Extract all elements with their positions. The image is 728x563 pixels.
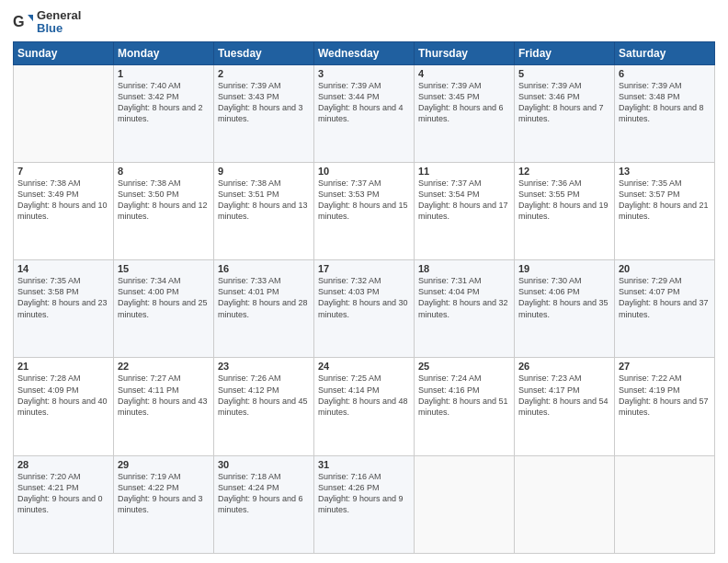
day-cell: 13Sunrise: 7:35 AMSunset: 3:57 PMDayligh… [615, 162, 715, 259]
day-cell [515, 455, 615, 553]
day-number: 13 [619, 166, 711, 177]
day-number: 12 [518, 166, 610, 177]
day-number: 25 [418, 361, 510, 372]
day-number: 5 [518, 68, 610, 79]
day-cell: 10Sunrise: 7:37 AMSunset: 3:53 PMDayligh… [314, 162, 415, 259]
day-cell: 1Sunrise: 7:40 AMSunset: 3:42 PMDaylight… [114, 64, 214, 162]
day-info: Sunrise: 7:39 AMSunset: 3:45 PMDaylight:… [418, 80, 510, 125]
day-number: 1 [118, 68, 210, 79]
day-number: 8 [118, 166, 210, 177]
day-info: Sunrise: 7:35 AMSunset: 3:57 PMDaylight:… [619, 178, 711, 223]
day-number: 7 [17, 166, 109, 177]
calendar-table: SundayMondayTuesdayWednesdayThursdayFrid… [13, 41, 715, 554]
day-info: Sunrise: 7:37 AMSunset: 3:53 PMDaylight:… [318, 178, 410, 223]
weekday-header-wednesday: Wednesday [314, 41, 415, 64]
day-info: Sunrise: 7:38 AMSunset: 3:50 PMDaylight:… [118, 178, 210, 223]
day-number: 31 [318, 459, 410, 470]
day-info: Sunrise: 7:24 AMSunset: 4:16 PMDaylight:… [418, 373, 510, 418]
day-cell: 12Sunrise: 7:36 AMSunset: 3:55 PMDayligh… [515, 162, 615, 259]
day-info: Sunrise: 7:19 AMSunset: 4:22 PMDaylight:… [118, 471, 210, 516]
day-info: Sunrise: 7:38 AMSunset: 3:49 PMDaylight:… [17, 178, 109, 223]
calendar-header: SundayMondayTuesdayWednesdayThursdayFrid… [14, 41, 715, 64]
logo-blue: Blue [37, 22, 81, 35]
day-number: 30 [218, 459, 310, 470]
day-info: Sunrise: 7:23 AMSunset: 4:17 PMDaylight:… [518, 373, 610, 418]
day-info: Sunrise: 7:30 AMSunset: 4:06 PMDaylight:… [518, 275, 610, 320]
day-info: Sunrise: 7:37 AMSunset: 3:54 PMDaylight:… [418, 178, 510, 223]
day-info: Sunrise: 7:16 AMSunset: 4:26 PMDaylight:… [318, 471, 410, 516]
day-cell: 20Sunrise: 7:29 AMSunset: 4:07 PMDayligh… [615, 260, 715, 358]
day-number: 6 [619, 68, 711, 79]
day-cell [14, 64, 114, 162]
day-cell: 25Sunrise: 7:24 AMSunset: 4:16 PMDayligh… [415, 358, 515, 455]
day-cell: 17Sunrise: 7:32 AMSunset: 4:03 PMDayligh… [314, 260, 415, 358]
logo: G General Blue [13, 9, 81, 36]
logo-icon: G [13, 12, 33, 32]
weekday-header-tuesday: Tuesday [214, 41, 314, 64]
day-info: Sunrise: 7:36 AMSunset: 3:55 PMDaylight:… [518, 178, 610, 223]
day-cell: 24Sunrise: 7:25 AMSunset: 4:14 PMDayligh… [314, 358, 415, 455]
day-number: 29 [118, 459, 210, 470]
day-number: 19 [518, 263, 610, 274]
day-info: Sunrise: 7:27 AMSunset: 4:11 PMDaylight:… [118, 373, 210, 418]
day-info: Sunrise: 7:33 AMSunset: 4:01 PMDaylight:… [218, 275, 310, 320]
day-cell: 30Sunrise: 7:18 AMSunset: 4:24 PMDayligh… [214, 455, 314, 553]
day-number: 11 [418, 166, 510, 177]
day-info: Sunrise: 7:31 AMSunset: 4:04 PMDaylight:… [418, 275, 510, 320]
day-cell: 6Sunrise: 7:39 AMSunset: 3:48 PMDaylight… [615, 64, 715, 162]
day-info: Sunrise: 7:39 AMSunset: 3:46 PMDaylight:… [518, 80, 610, 125]
day-cell: 28Sunrise: 7:20 AMSunset: 4:21 PMDayligh… [14, 455, 114, 553]
day-info: Sunrise: 7:25 AMSunset: 4:14 PMDaylight:… [318, 373, 410, 418]
week-row-1: 1Sunrise: 7:40 AMSunset: 3:42 PMDaylight… [14, 64, 715, 162]
day-number: 18 [418, 263, 510, 274]
day-number: 16 [218, 263, 310, 274]
day-number: 26 [518, 361, 610, 372]
day-number: 3 [318, 68, 410, 79]
weekday-header-sunday: Sunday [14, 41, 114, 64]
day-cell: 16Sunrise: 7:33 AMSunset: 4:01 PMDayligh… [214, 260, 314, 358]
day-info: Sunrise: 7:26 AMSunset: 4:12 PMDaylight:… [218, 373, 310, 418]
week-row-4: 21Sunrise: 7:28 AMSunset: 4:09 PMDayligh… [14, 358, 715, 455]
week-row-5: 28Sunrise: 7:20 AMSunset: 4:21 PMDayligh… [14, 455, 715, 553]
header: G General Blue [13, 9, 715, 36]
day-info: Sunrise: 7:18 AMSunset: 4:24 PMDaylight:… [218, 471, 310, 516]
day-info: Sunrise: 7:39 AMSunset: 3:43 PMDaylight:… [218, 80, 310, 125]
logo-general: General [37, 9, 81, 22]
day-cell: 3Sunrise: 7:39 AMSunset: 3:44 PMDaylight… [314, 64, 415, 162]
day-number: 22 [118, 361, 210, 372]
day-cell: 11Sunrise: 7:37 AMSunset: 3:54 PMDayligh… [415, 162, 515, 259]
day-number: 14 [17, 263, 109, 274]
day-cell: 27Sunrise: 7:22 AMSunset: 4:19 PMDayligh… [615, 358, 715, 455]
day-cell: 18Sunrise: 7:31 AMSunset: 4:04 PMDayligh… [415, 260, 515, 358]
day-cell: 4Sunrise: 7:39 AMSunset: 3:45 PMDaylight… [415, 64, 515, 162]
day-info: Sunrise: 7:39 AMSunset: 3:48 PMDaylight:… [619, 80, 711, 125]
weekday-header-monday: Monday [114, 41, 214, 64]
day-cell [615, 455, 715, 553]
day-number: 28 [17, 459, 109, 470]
day-cell: 21Sunrise: 7:28 AMSunset: 4:09 PMDayligh… [14, 358, 114, 455]
day-info: Sunrise: 7:32 AMSunset: 4:03 PMDaylight:… [318, 275, 410, 320]
day-cell: 9Sunrise: 7:38 AMSunset: 3:51 PMDaylight… [214, 162, 314, 259]
day-number: 21 [17, 361, 109, 372]
day-info: Sunrise: 7:29 AMSunset: 4:07 PMDaylight:… [619, 275, 711, 320]
weekday-row: SundayMondayTuesdayWednesdayThursdayFrid… [14, 41, 715, 64]
day-info: Sunrise: 7:39 AMSunset: 3:44 PMDaylight:… [318, 80, 410, 125]
day-number: 17 [318, 263, 410, 274]
day-cell: 23Sunrise: 7:26 AMSunset: 4:12 PMDayligh… [214, 358, 314, 455]
day-info: Sunrise: 7:35 AMSunset: 3:58 PMDaylight:… [17, 275, 109, 320]
day-cell: 15Sunrise: 7:34 AMSunset: 4:00 PMDayligh… [114, 260, 214, 358]
day-cell: 26Sunrise: 7:23 AMSunset: 4:17 PMDayligh… [515, 358, 615, 455]
day-number: 24 [318, 361, 410, 372]
day-cell: 7Sunrise: 7:38 AMSunset: 3:49 PMDaylight… [14, 162, 114, 259]
day-cell: 31Sunrise: 7:16 AMSunset: 4:26 PMDayligh… [314, 455, 415, 553]
day-info: Sunrise: 7:22 AMSunset: 4:19 PMDaylight:… [619, 373, 711, 418]
day-number: 27 [619, 361, 711, 372]
day-number: 23 [218, 361, 310, 372]
day-number: 4 [418, 68, 510, 79]
day-cell: 29Sunrise: 7:19 AMSunset: 4:22 PMDayligh… [114, 455, 214, 553]
day-cell: 19Sunrise: 7:30 AMSunset: 4:06 PMDayligh… [515, 260, 615, 358]
day-number: 15 [118, 263, 210, 274]
day-number: 20 [619, 263, 711, 274]
day-number: 2 [218, 68, 310, 79]
day-number: 10 [318, 166, 410, 177]
